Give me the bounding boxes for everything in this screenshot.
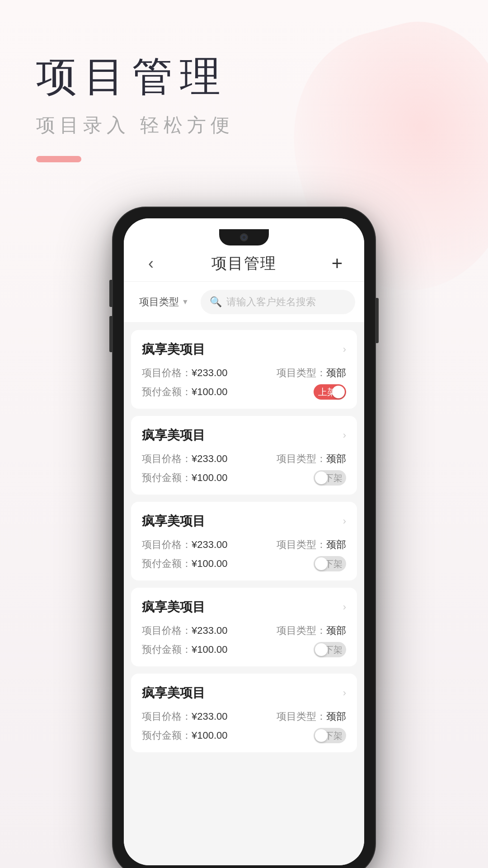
nav-title: 项目管理	[211, 253, 277, 274]
project-card[interactable]: 疯享美项目 › 项目价格：¥233.00 项目类型：颈部 预付金额：¥100.0…	[131, 330, 357, 409]
phone-button-vol-up	[109, 280, 112, 307]
project-name: 疯享美项目	[142, 513, 205, 530]
type-label: 项目类型：颈部	[277, 538, 346, 552]
project-card[interactable]: 疯享美项目 › 项目价格：¥233.00 项目类型：颈部 预付金额：¥100.0…	[131, 674, 357, 752]
toggle-thumb	[315, 472, 328, 484]
price-label: 项目价格：¥233.00	[142, 710, 228, 723]
card-chevron-icon: ›	[343, 344, 346, 355]
toggle-switch[interactable]: 下架	[314, 642, 346, 657]
deposit-value: ¥100.00	[192, 472, 228, 483]
price-value: ¥233.00	[192, 539, 228, 550]
search-placeholder: 请输入客户姓名搜索	[226, 295, 316, 309]
filter-bar: 项目类型 ▼ 🔍 请输入客户姓名搜索	[124, 282, 364, 323]
status-toggle[interactable]: 下架	[314, 728, 346, 743]
status-toggle[interactable]: 下架	[314, 642, 346, 657]
card-header: 疯享美项目 ›	[142, 684, 346, 702]
phone-wrapper: ‹ 项目管理 + 项目类型 ▼ 🔍 请输入客户姓名搜索	[0, 208, 488, 868]
dropdown-arrow-icon: ▼	[182, 298, 189, 306]
add-button[interactable]: +	[324, 253, 351, 274]
page-title: 项目管理	[36, 54, 452, 99]
card-chevron-icon: ›	[343, 601, 346, 613]
search-icon: 🔍	[210, 296, 222, 308]
phone-button-vol-down	[109, 316, 112, 352]
phone-mockup: ‹ 项目管理 + 项目类型 ▼ 🔍 请输入客户姓名搜索	[113, 208, 375, 868]
status-toggle[interactable]: 下架	[314, 470, 346, 486]
price-value: ¥233.00	[192, 625, 228, 636]
price-label: 项目价格：¥233.00	[142, 366, 228, 380]
price-value: ¥233.00	[192, 453, 228, 464]
card-header: 疯享美项目 ›	[142, 599, 346, 616]
toggle-thumb	[332, 386, 345, 398]
search-box[interactable]: 🔍 请输入客户姓名搜索	[201, 290, 355, 314]
card-chevron-icon: ›	[343, 429, 346, 441]
page-background: 项目管理 项目录入 轻松方便	[0, 0, 488, 868]
project-card[interactable]: 疯享美项目 › 项目价格：¥233.00 项目类型：颈部 预付金额：¥100.0…	[131, 416, 357, 495]
deposit-label: 预付金额：¥100.00	[142, 385, 228, 399]
deposit-value: ¥100.00	[192, 558, 228, 569]
phone-notch	[219, 229, 269, 245]
card-chevron-icon: ›	[343, 687, 346, 699]
phone-camera	[240, 233, 248, 241]
price-value: ¥233.00	[192, 367, 228, 378]
toggle-switch[interactable]: 下架	[314, 556, 346, 571]
deposit-label: 预付金额：¥100.00	[142, 643, 228, 656]
toggle-switch[interactable]: 下架	[314, 470, 346, 486]
card-header: 疯享美项目 ›	[142, 341, 346, 358]
price-value: ¥233.00	[192, 711, 228, 722]
project-name: 疯享美项目	[142, 684, 205, 702]
type-value: 颈部	[326, 539, 346, 550]
deposit-label: 预付金额：¥100.00	[142, 471, 228, 485]
status-toggle[interactable]: 上架	[314, 384, 346, 400]
deposit-value: ¥100.00	[192, 386, 228, 397]
nav-bar: ‹ 项目管理 +	[124, 245, 364, 282]
deposit-label: 预付金额：¥100.00	[142, 729, 228, 742]
page-header: 项目管理 项目录入 轻松方便	[0, 0, 488, 189]
toggle-thumb	[315, 643, 328, 656]
card-chevron-icon: ›	[343, 515, 346, 527]
filter-type-dropdown[interactable]: 项目类型 ▼	[133, 291, 195, 313]
price-label: 项目价格：¥233.00	[142, 452, 228, 466]
phone-screen: ‹ 项目管理 + 项目类型 ▼ 🔍 请输入客户姓名搜索	[124, 218, 364, 865]
type-value: 颈部	[326, 453, 346, 464]
deposit-value: ¥100.00	[192, 644, 228, 655]
card-header: 疯享美项目 ›	[142, 513, 346, 530]
deposit-label: 预付金额：¥100.00	[142, 557, 228, 571]
type-value: 颈部	[326, 711, 346, 722]
deposit-value: ¥100.00	[192, 730, 228, 741]
toggle-thumb	[315, 557, 328, 570]
type-label: 项目类型：颈部	[277, 624, 346, 637]
project-list: 疯享美项目 › 项目价格：¥233.00 项目类型：颈部 预付金额：¥100.0…	[124, 323, 364, 865]
price-label: 项目价格：¥233.00	[142, 624, 228, 637]
page-subtitle: 项目录入 轻松方便	[36, 113, 452, 138]
toggle-switch[interactable]: 下架	[314, 728, 346, 743]
accent-bar	[36, 156, 81, 162]
card-header: 疯享美项目 ›	[142, 427, 346, 444]
project-card[interactable]: 疯享美项目 › 项目价格：¥233.00 项目类型：颈部 预付金额：¥100.0…	[131, 588, 357, 666]
type-label: 项目类型：颈部	[277, 710, 346, 723]
project-name: 疯享美项目	[142, 427, 205, 444]
project-name: 疯享美项目	[142, 341, 205, 358]
back-button[interactable]: ‹	[137, 254, 164, 273]
toggle-thumb	[315, 729, 328, 742]
price-label: 项目价格：¥233.00	[142, 538, 228, 552]
toggle-switch[interactable]: 上架	[314, 384, 346, 400]
type-label: 项目类型：颈部	[277, 366, 346, 380]
type-value: 颈部	[326, 625, 346, 636]
type-label: 项目类型：颈部	[277, 452, 346, 466]
status-toggle[interactable]: 下架	[314, 556, 346, 571]
phone-button-power	[376, 298, 379, 343]
type-value: 颈部	[326, 367, 346, 378]
filter-type-label: 项目类型	[139, 295, 179, 309]
project-card[interactable]: 疯享美项目 › 项目价格：¥233.00 项目类型：颈部 预付金额：¥100.0…	[131, 502, 357, 580]
project-name: 疯享美项目	[142, 599, 205, 616]
